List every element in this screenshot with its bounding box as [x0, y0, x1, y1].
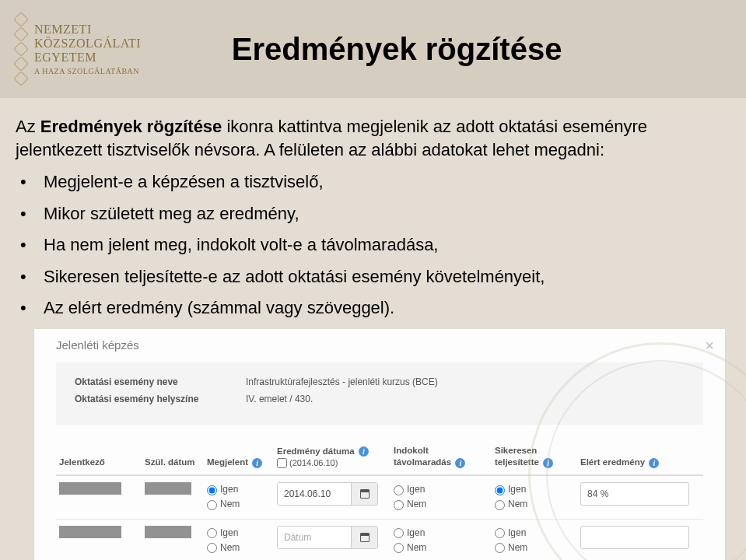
info-icon[interactable]: i [359, 446, 369, 457]
bullet-item: Sikeresen teljesítette-e az adott oktatá… [16, 267, 718, 287]
passed-yes-radio[interactable] [495, 528, 505, 538]
bullet-item: Ha nem jelent meg, indokolt volt-e a táv… [16, 235, 718, 255]
justified-yes-radio[interactable] [394, 485, 404, 495]
bullet-item: Mikor született meg az eredmény, [16, 204, 718, 224]
th-birth: Szül. dátum [142, 440, 204, 475]
th-result-date: Eredmény dátuma i (2014.06.10) [274, 440, 391, 475]
calendar-icon [360, 533, 369, 542]
th-applicant: Jelentkező [56, 440, 142, 475]
result-input[interactable] [580, 482, 689, 506]
content: Az Eredmények rögzítése ikonra kattintva… [0, 98, 746, 560]
redacted-name [59, 526, 121, 538]
redacted-birth [145, 482, 191, 495]
info-icon[interactable]: i [543, 458, 553, 468]
justified-radio-group: Igen Nem [394, 482, 489, 512]
event-loc-value: IV. emelet / 430. [246, 394, 313, 404]
attended-radio-group: Igen Nem [207, 482, 271, 512]
passed-radio-group: Igen Nem [495, 526, 574, 555]
passed-no-radio[interactable] [495, 543, 505, 553]
date-input-wrapper [277, 526, 378, 549]
result-input[interactable] [580, 526, 689, 549]
th-justified: Indokolt távolmaradás i [391, 440, 492, 475]
header-bar: NEMZETI KÖZSZOLGÁLATI EGYETEM A HAZA SZO… [0, 0, 746, 98]
justified-no-radio[interactable] [394, 543, 404, 553]
event-name-label: Oktatási esemény neve [75, 376, 246, 387]
intro-text: Az Eredmények rögzítése ikonra kattintva… [16, 115, 718, 161]
attended-yes-radio[interactable] [207, 485, 217, 495]
passed-no-radio[interactable] [495, 500, 505, 510]
attended-no-radio[interactable] [207, 500, 217, 510]
results-table: Jelentkező Szül. dátum Megjelent i Eredm… [56, 440, 703, 560]
bullet-item: Az elért eredmény (számmal vagy szövegge… [16, 298, 718, 318]
redacted-name [59, 482, 121, 495]
redacted-birth [145, 526, 191, 538]
bullet-list: Megjelent-e a képzésen a tisztviselő, Mi… [16, 172, 718, 318]
form-panel: × Jelenléti képzés Oktatási esemény neve… [34, 329, 725, 560]
slide-title: Eredmények rögzítése [47, 32, 746, 67]
event-loc-label: Oktatási esemény helyszíne [75, 394, 246, 404]
passed-yes-radio[interactable] [495, 485, 505, 495]
table-row: Igen Nem Igen Nem [56, 519, 703, 560]
calendar-button[interactable] [351, 483, 377, 505]
info-icon[interactable]: i [649, 458, 659, 468]
bullet-item: Megjelent-e a képzésen a tisztviselő, [16, 172, 718, 192]
intro-bold: Eredmények rögzítése [40, 117, 222, 136]
intro-prefix: Az [16, 117, 40, 136]
date-input[interactable] [278, 527, 351, 548]
passed-radio-group: Igen Nem [495, 482, 574, 512]
th-attended: Megjelent i [204, 440, 274, 475]
logo-ornament-icon [14, 13, 28, 85]
justified-radio-group: Igen Nem [394, 526, 489, 555]
justified-yes-radio[interactable] [394, 528, 404, 538]
date-input-wrapper [277, 482, 378, 506]
attended-yes-radio[interactable] [207, 528, 217, 538]
attended-no-radio[interactable] [207, 543, 217, 553]
table-row: Igen Nem Igen Nem [56, 475, 703, 519]
logo-line4: A HAZA SZOLGÁLATÁBAN [34, 67, 141, 76]
calendar-button[interactable] [351, 527, 377, 548]
event-info: Oktatási esemény neve Infrastruktúrafejl… [56, 362, 703, 425]
info-icon[interactable]: i [252, 458, 262, 468]
info-icon[interactable]: i [455, 458, 465, 468]
date-input[interactable] [278, 483, 351, 505]
event-name-value: Infrastruktúrafejlesztés - jelenléti kur… [246, 376, 438, 387]
close-icon[interactable]: × [705, 337, 714, 355]
th-passed: Sikeresen teljesítette i [492, 440, 577, 475]
calendar-icon [360, 489, 369, 499]
apply-date-checkbox[interactable] [277, 458, 287, 468]
th-achieved: Elért eredmény i [577, 440, 703, 475]
justified-no-radio[interactable] [394, 500, 404, 510]
panel-title: Jelenléti képzés [56, 338, 703, 352]
attended-radio-group: Igen Nem [207, 526, 271, 555]
